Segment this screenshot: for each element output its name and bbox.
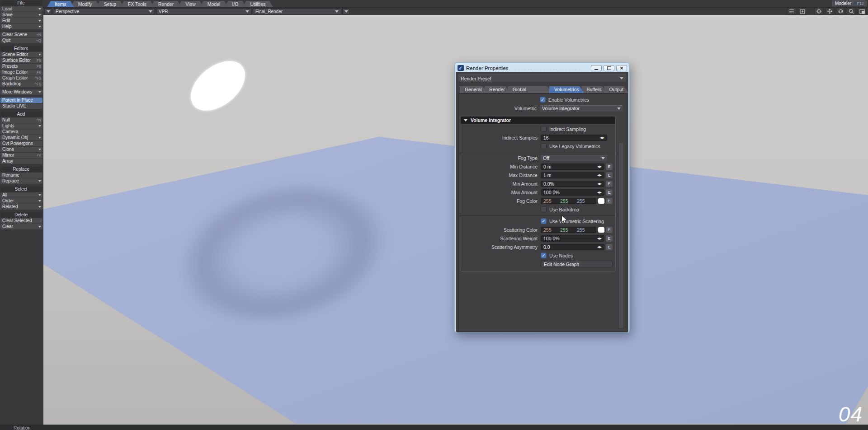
indirect-sampling-checkbox[interactable]: ✓ xyxy=(541,126,547,132)
sidebar-item[interactable]: File xyxy=(0,0,42,6)
main-tab[interactable]: I/O xyxy=(224,1,246,7)
envelope-button[interactable]: E xyxy=(606,172,613,178)
sidebar-item[interactable]: Array xyxy=(0,159,42,164)
scattering-color-green[interactable]: 255 xyxy=(560,227,577,233)
dialog-tab[interactable]: Render xyxy=(484,86,509,93)
fog-color-green[interactable]: 255 xyxy=(560,198,577,204)
sidebar-item[interactable]: Surface Editor F5 xyxy=(0,58,42,63)
rotate-icon[interactable] xyxy=(836,8,845,15)
restore-button[interactable] xyxy=(604,65,614,71)
main-tab[interactable]: Modify xyxy=(71,1,100,7)
mini-slider-icon[interactable]: ◀▶ xyxy=(597,165,602,168)
shading-mode-dropdown[interactable]: VPR xyxy=(156,8,252,14)
sidebar-item[interactable]: Clear Selected - xyxy=(0,218,42,224)
sidebar-item[interactable]: Clear xyxy=(0,224,42,229)
sidebar-item[interactable]: Help xyxy=(0,24,42,29)
scattering-color-swatch[interactable] xyxy=(598,227,604,233)
main-tab[interactable]: Render xyxy=(151,1,181,7)
sidebar-item[interactable]: Parent in Place xyxy=(0,98,42,103)
sidebar-item[interactable]: Related xyxy=(0,204,42,210)
sidebar-item[interactable]: Camera xyxy=(0,129,42,135)
envelope-button[interactable]: E xyxy=(606,164,613,170)
main-tab[interactable]: Utilities xyxy=(242,1,273,7)
min-distance-field[interactable]: 0 m ◀▶ xyxy=(541,164,604,170)
main-tab[interactable]: Items xyxy=(47,1,74,7)
sidebar-item[interactable]: Rename xyxy=(0,173,42,178)
use-backdrop-checkbox[interactable]: ✓ xyxy=(541,206,547,212)
main-tab[interactable]: Setup xyxy=(96,1,124,7)
fog-color-field[interactable]: 255 255 255 xyxy=(541,198,596,204)
envelope-button[interactable]: E xyxy=(606,235,613,242)
dialog-tab[interactable]: Global Illumination xyxy=(508,86,552,93)
use-nodes-checkbox[interactable]: ✓ xyxy=(541,252,547,258)
list-icon[interactable] xyxy=(787,8,796,15)
use-volumetric-scattering-checkbox[interactable]: ✓ xyxy=(541,218,547,224)
volumetric-dropdown[interactable]: Volume Integrator xyxy=(540,105,623,112)
panel-scrollbar[interactable] xyxy=(618,142,624,329)
sidebar-item[interactable]: Clone xyxy=(0,147,42,152)
envelope-button[interactable]: E xyxy=(606,181,613,187)
view-mode-dropdown[interactable]: Perspective xyxy=(53,8,155,14)
sidebar-item[interactable]: Clear Scene +N xyxy=(0,32,42,37)
scattering-weight-field[interactable]: 100.0% ◀▶ xyxy=(541,235,604,242)
mini-slider-icon[interactable]: ◀▶ xyxy=(597,245,602,249)
modeler-switch-button[interactable]: Modeler F12 xyxy=(832,0,867,6)
min-amount-field[interactable]: 0.0% ◀▶ xyxy=(541,181,604,187)
sidebar-item[interactable]: Scene Editor xyxy=(0,52,42,57)
sidebar-item[interactable]: Edit xyxy=(0,18,42,23)
max-amount-field[interactable]: 100.0% ◀▶ xyxy=(541,189,604,196)
fog-type-dropdown[interactable]: Off xyxy=(541,155,607,161)
enable-volumetrics-checkbox[interactable]: ✓ xyxy=(540,97,546,103)
sidebar-item[interactable]: Editors xyxy=(0,46,42,51)
envelope-button[interactable]: E xyxy=(606,189,613,196)
close-button[interactable]: × xyxy=(616,65,627,71)
sidebar-item[interactable]: Cvt Powergons xyxy=(0,141,42,146)
sidebar-item[interactable]: Studio LIVE xyxy=(0,103,42,109)
sidebar-item[interactable]: Null ^N xyxy=(0,117,42,123)
zoom-icon[interactable] xyxy=(847,8,856,15)
mini-slider-icon[interactable]: ◀▶ xyxy=(597,191,602,194)
sidebar-item[interactable]: Replace xyxy=(0,178,42,184)
indirect-samples-field[interactable]: 16 ◀▶ xyxy=(541,135,607,141)
max-distance-field[interactable]: 1 m ◀▶ xyxy=(541,172,604,178)
sidebar-item[interactable]: All xyxy=(0,192,42,198)
dialog-tab[interactable]: Output xyxy=(604,86,628,93)
center-item-icon[interactable] xyxy=(814,8,823,15)
sidebar-item[interactable]: Save xyxy=(0,12,42,18)
mini-slider-icon[interactable]: ◀▶ xyxy=(597,173,602,177)
dialog-tab[interactable]: General xyxy=(460,86,486,93)
sidebar-item[interactable]: Delete xyxy=(0,212,42,218)
pan-icon[interactable] xyxy=(825,8,834,15)
viewport-layout-dropdown[interactable] xyxy=(44,8,52,14)
mini-slider-icon[interactable]: ◀▶ xyxy=(600,136,604,140)
sidebar-item[interactable]: More Windows xyxy=(0,89,42,95)
dialog-tab[interactable]: Buffers xyxy=(581,86,606,93)
volume-integrator-header[interactable]: Volume Integrator xyxy=(461,117,615,124)
sidebar-item[interactable]: Quit +Q xyxy=(0,38,42,43)
sidebar-item[interactable]: Replace xyxy=(0,167,42,172)
sidebar-item[interactable]: Load xyxy=(0,6,42,12)
camera-dropdown[interactable]: Final_Render xyxy=(253,8,341,14)
mini-slider-icon[interactable]: ◀▶ xyxy=(597,182,602,186)
render-preset-dropdown[interactable]: Render Preset xyxy=(458,75,626,82)
main-tab[interactable]: View xyxy=(178,1,203,7)
scattering-color-blue[interactable]: 255 xyxy=(577,227,594,233)
sidebar-item[interactable]: Add xyxy=(0,112,42,117)
envelope-button[interactable]: E xyxy=(606,198,613,204)
mini-slider-icon[interactable]: ◀▶ xyxy=(597,237,602,240)
sidebar-item[interactable]: Dynamic Obj xyxy=(0,135,42,140)
sidebar-item[interactable]: Select xyxy=(0,187,42,192)
sidebar-item[interactable]: Presets F8 xyxy=(0,64,42,69)
scattering-color-red[interactable]: 255 xyxy=(543,227,560,233)
envelope-button[interactable]: E xyxy=(606,244,613,250)
sidebar-item[interactable]: Order xyxy=(0,198,42,204)
envelope-button[interactable]: E xyxy=(606,227,613,233)
extra-view-dropdown[interactable] xyxy=(342,8,350,14)
save-view-icon[interactable] xyxy=(798,8,807,15)
sidebar-item[interactable]: Graph Editor ^F2 xyxy=(0,75,42,81)
scattering-asymmetry-field[interactable]: 0.0 ◀▶ xyxy=(541,244,604,250)
edit-node-graph-button[interactable]: Edit Node Graph xyxy=(541,261,613,267)
sidebar-item[interactable]: Mirror +V xyxy=(0,153,42,158)
scattering-color-field[interactable]: 255 255 255 xyxy=(541,227,596,233)
sidebar-item[interactable]: Lights xyxy=(0,123,42,129)
